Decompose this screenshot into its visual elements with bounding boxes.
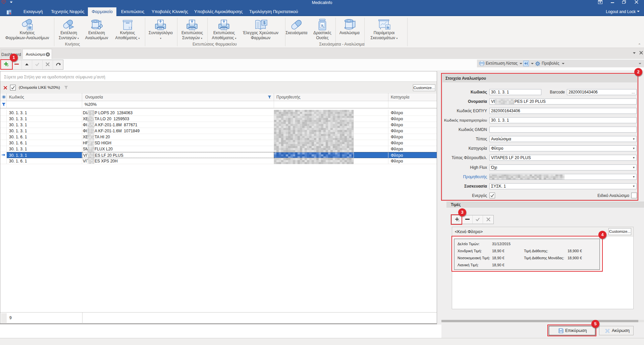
- svg-text:1 1: 1 1: [128, 26, 132, 29]
- svg-text:$: $: [263, 20, 266, 25]
- svg-text:x: x: [323, 25, 324, 28]
